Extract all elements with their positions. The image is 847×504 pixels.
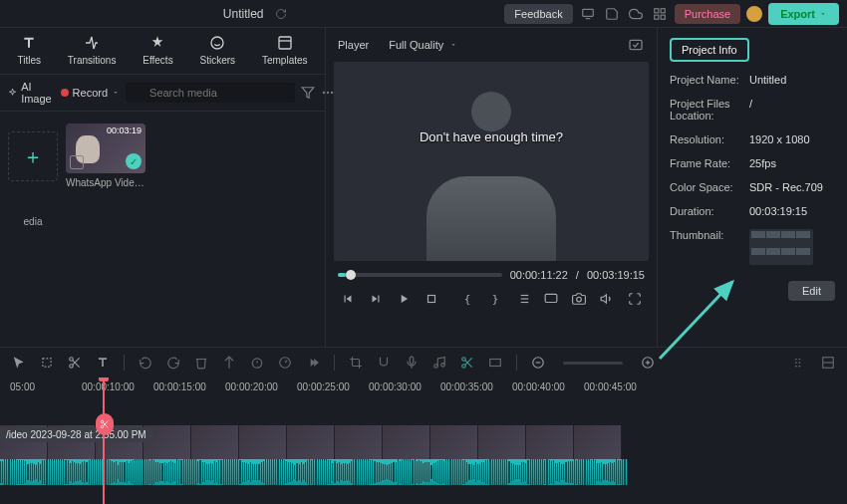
magnet-icon[interactable]	[375, 354, 393, 372]
ai-image-button[interactable]: AI Image	[8, 81, 55, 105]
tab-effects[interactable]: Effects	[142, 34, 172, 66]
cloud-icon[interactable]	[627, 5, 645, 23]
crop-icon[interactable]	[347, 354, 365, 372]
search-input[interactable]	[126, 83, 295, 103]
zoom-in-icon[interactable]	[639, 354, 657, 372]
svg-point-48	[799, 359, 801, 361]
svg-marker-22	[601, 295, 606, 303]
export-button[interactable]: Export	[768, 3, 839, 25]
audio-tool-icon[interactable]	[430, 354, 448, 372]
auto-cut-icon[interactable]	[458, 354, 476, 372]
svg-point-49	[799, 362, 801, 364]
stickers-icon	[208, 34, 226, 52]
svg-marker-11	[302, 88, 314, 99]
text-tool-icon[interactable]	[94, 354, 112, 372]
record-button[interactable]: Record	[61, 87, 120, 99]
redo-icon[interactable]	[164, 354, 182, 372]
svg-rect-4	[661, 15, 665, 19]
select-tool-icon[interactable]	[38, 354, 56, 372]
presentation-icon[interactable]	[579, 5, 597, 23]
inspector-panel: Project Info Project Name:Untitled Proje…	[657, 28, 847, 347]
tab-transitions[interactable]: Transitions	[68, 34, 117, 66]
speed-icon[interactable]	[276, 354, 294, 372]
project-title: Untitled	[223, 7, 264, 21]
zoom-out-icon[interactable]	[529, 354, 547, 372]
avatar[interactable]	[746, 6, 762, 22]
svg-rect-32	[410, 357, 414, 364]
more-tools-icon[interactable]	[304, 354, 322, 372]
media-duration: 00:03:19	[107, 126, 141, 135]
delete-icon[interactable]	[192, 354, 210, 372]
brace-left-icon[interactable]: {	[457, 289, 477, 309]
purchase-button[interactable]: Purchase	[675, 4, 740, 24]
camera-icon[interactable]	[569, 289, 589, 309]
play-button[interactable]	[394, 289, 414, 309]
svg-point-12	[323, 92, 325, 94]
cut-tool-icon[interactable]	[66, 354, 84, 372]
media-thumbnail[interactable]: 00:03:19 ✓	[66, 124, 145, 173]
layout-icon[interactable]	[819, 354, 837, 372]
aspect-icon[interactable]	[486, 354, 504, 372]
media-item[interactable]: 00:03:19 ✓ WhatsApp Video 202...	[66, 124, 145, 188]
prop-project-name: Untitled	[749, 74, 786, 86]
save-icon[interactable]	[603, 5, 621, 23]
svg-point-13	[327, 92, 329, 94]
pointer-tool-icon[interactable]	[10, 354, 28, 372]
timeline-ruler[interactable]: 05:00 00:00:10:00 00:00:15:00 00:00:20:0…	[0, 378, 847, 395]
playhead[interactable]	[103, 378, 105, 504]
undo-icon[interactable]	[137, 354, 154, 372]
volume-icon[interactable]	[597, 289, 617, 309]
current-time: 00:00:11:22	[510, 269, 568, 281]
snapshot-icon[interactable]	[627, 36, 645, 54]
check-icon: ✓	[126, 153, 141, 169]
sync-icon[interactable]	[272, 5, 290, 23]
add-media-button[interactable]: ＋	[8, 131, 58, 181]
project-info-button[interactable]: Project Info	[670, 38, 749, 62]
next-frame-button[interactable]	[366, 289, 386, 309]
list-icon[interactable]	[513, 289, 533, 309]
prop-framerate: 25fps	[749, 157, 776, 169]
player-panel: Player Full Quality Don't have enough ti…	[326, 28, 657, 347]
grid-icon[interactable]	[651, 5, 669, 23]
display-icon[interactable]	[541, 289, 561, 309]
fullscreen-icon[interactable]	[625, 289, 645, 309]
more-icon[interactable]	[321, 84, 335, 102]
prop-resolution: 1920 x 1080	[749, 133, 810, 145]
cut-marker[interactable]	[96, 413, 114, 435]
main-area: Titles Transitions Effects Stickers Temp…	[0, 28, 847, 347]
transitions-icon	[83, 34, 101, 52]
audio-track[interactable]	[0, 459, 628, 485]
track-options-icon[interactable]	[791, 354, 809, 372]
marker-icon[interactable]	[220, 354, 238, 372]
svg-point-6	[211, 37, 223, 49]
stop-button[interactable]	[422, 289, 441, 309]
svg-point-47	[795, 366, 797, 368]
quality-select[interactable]: Full Quality	[381, 36, 465, 54]
tab-stickers[interactable]: Stickers	[200, 34, 236, 66]
record-dot-icon	[61, 89, 69, 97]
feedback-button[interactable]: Feedback	[504, 4, 572, 24]
timer-icon[interactable]	[248, 354, 266, 372]
scrubber[interactable]	[338, 273, 502, 277]
chevron-down-icon	[449, 41, 457, 49]
brace-right-icon[interactable]: }	[485, 289, 505, 309]
edit-button[interactable]: Edit	[788, 281, 835, 301]
prop-colorspace: SDR - Rec.709	[749, 181, 823, 193]
zoom-slider[interactable]	[563, 362, 623, 365]
svg-rect-16	[428, 296, 435, 303]
svg-rect-39	[490, 360, 501, 367]
svg-point-50	[799, 366, 801, 368]
svg-point-14	[331, 92, 333, 94]
clip-label: /ideo 2023-09-28 at 2.55.00 PM	[0, 427, 152, 442]
tab-titles[interactable]: Titles	[17, 34, 41, 66]
prev-frame-button[interactable]	[338, 289, 358, 309]
total-time: 00:03:19:15	[587, 269, 645, 281]
chevron-down-icon	[112, 89, 120, 97]
video-viewport[interactable]: Don't have enough time?	[334, 62, 649, 261]
scrub-head[interactable]	[346, 270, 356, 280]
filter-icon[interactable]	[301, 84, 315, 102]
tab-templates[interactable]: Templates	[262, 34, 308, 66]
mic-icon[interactable]	[403, 354, 421, 372]
svg-rect-7	[279, 37, 291, 49]
effects-icon	[148, 34, 166, 52]
